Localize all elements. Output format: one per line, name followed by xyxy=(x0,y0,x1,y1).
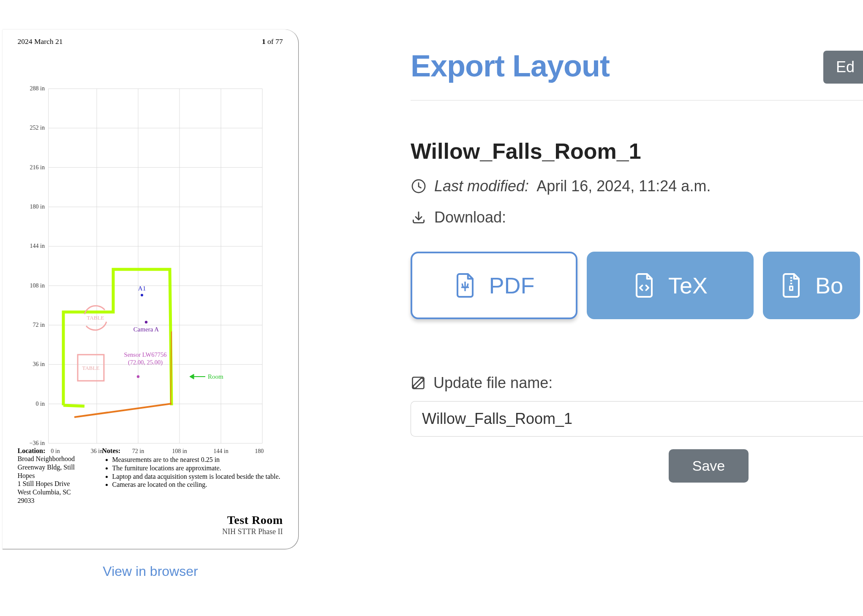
note-item: Laptop and data acquisition system is lo… xyxy=(112,472,280,481)
svg-rect-49 xyxy=(413,377,424,389)
svg-point-38 xyxy=(141,294,143,296)
clock-icon xyxy=(411,178,427,194)
svg-text:108 in: 108 in xyxy=(30,282,44,289)
svg-text:144 in: 144 in xyxy=(30,243,44,249)
svg-marker-46 xyxy=(190,374,194,379)
svg-text:288 in: 288 in xyxy=(30,85,44,92)
location-line: West Columbia, SC 29033 xyxy=(18,488,71,504)
export-both-button[interactable]: Bo xyxy=(763,252,860,319)
location-line: 1 Still Hopes Drive xyxy=(18,480,70,487)
panel-title: Export Layout xyxy=(411,49,863,83)
last-modified-value: April 16, 2024, 11:24 a.m. xyxy=(536,177,711,195)
doc-subtitle: NIH STTR Phase II xyxy=(18,527,283,536)
last-modified-label: Last modified: xyxy=(434,177,529,195)
export-both-label: Bo xyxy=(815,272,843,299)
svg-text:216 in: 216 in xyxy=(30,164,44,171)
note-item: Cameras are located on the ceiling. xyxy=(112,480,280,489)
download-label: Download: xyxy=(434,209,506,226)
divider xyxy=(411,100,863,100)
download-row: Download: xyxy=(411,209,863,226)
edit-icon xyxy=(411,375,426,391)
location-heading: Location: xyxy=(18,447,46,454)
svg-text:0 in: 0 in xyxy=(35,401,44,407)
document-preview: 2024 March 21 1 of 77 xyxy=(3,30,299,549)
location-line: Broad Neighborhood xyxy=(18,455,75,462)
layout-name: Willow_Falls_Room_1 xyxy=(411,138,863,164)
view-in-browser-link[interactable]: View in browser xyxy=(103,564,198,579)
update-file-row: Update file name: xyxy=(411,374,863,392)
update-file-label: Update file name: xyxy=(433,374,553,392)
code-file-icon xyxy=(633,272,656,299)
svg-text:TABLE: TABLE xyxy=(87,315,104,321)
notes-heading: Notes: xyxy=(102,447,121,454)
svg-text:252 in: 252 in xyxy=(30,125,44,131)
svg-point-42 xyxy=(136,375,139,378)
file-name-input[interactable] xyxy=(411,401,863,437)
svg-text:Camera A: Camera A xyxy=(133,326,159,333)
doc-page-number: 1 of 77 xyxy=(262,37,283,46)
svg-text:Sensor LW67756: Sensor LW67756 xyxy=(124,351,166,358)
doc-title: Test Room xyxy=(18,513,283,527)
last-modified-row: Last modified: April 16, 2024, 11:24 a.m… xyxy=(411,177,863,195)
export-tex-label: TeX xyxy=(668,272,708,299)
doc-footer: Location: Broad Neighborhood Greenway Bl… xyxy=(18,447,283,536)
export-button-row: PDF TeX Bo xyxy=(411,252,863,319)
export-tex-button[interactable]: TeX xyxy=(587,252,754,319)
save-button[interactable]: Save xyxy=(669,449,749,483)
export-pdf-button[interactable]: PDF xyxy=(411,252,577,319)
svg-text:Room: Room xyxy=(208,373,223,380)
svg-text:180 in: 180 in xyxy=(30,204,44,210)
preview-column: 2024 March 21 1 of 77 xyxy=(0,0,301,616)
svg-text:−36 in: −36 in xyxy=(29,440,44,446)
layout-plot: 288 in 252 in 216 in 180 in 144 in 108 i… xyxy=(28,76,264,456)
note-item: Measurements are to the nearest 0.25 in xyxy=(112,456,280,464)
svg-line-32 xyxy=(63,405,84,406)
pdf-file-icon xyxy=(454,272,476,299)
edit-button[interactable]: Ed xyxy=(823,51,863,84)
svg-text:(72.00, 25.00): (72.00, 25.00) xyxy=(128,359,162,366)
svg-text:A1: A1 xyxy=(138,285,145,292)
doc-header: 2024 March 21 1 of 77 xyxy=(3,30,298,46)
svg-text:36 in: 36 in xyxy=(33,361,44,367)
svg-line-33 xyxy=(74,404,172,417)
svg-point-40 xyxy=(144,321,147,323)
location-line: Greenway Bldg, Still Hopes xyxy=(18,464,75,479)
doc-date: 2024 March 21 xyxy=(18,37,63,46)
export-panel: Export Layout Ed Willow_Falls_Room_1 Las… xyxy=(301,0,863,616)
download-icon xyxy=(411,209,427,225)
svg-text:72 in: 72 in xyxy=(33,322,44,328)
note-item: The furniture locations are approximate. xyxy=(112,464,280,472)
export-pdf-label: PDF xyxy=(489,272,535,299)
zip-file-icon xyxy=(780,272,803,299)
svg-text:TABLE: TABLE xyxy=(82,365,99,371)
